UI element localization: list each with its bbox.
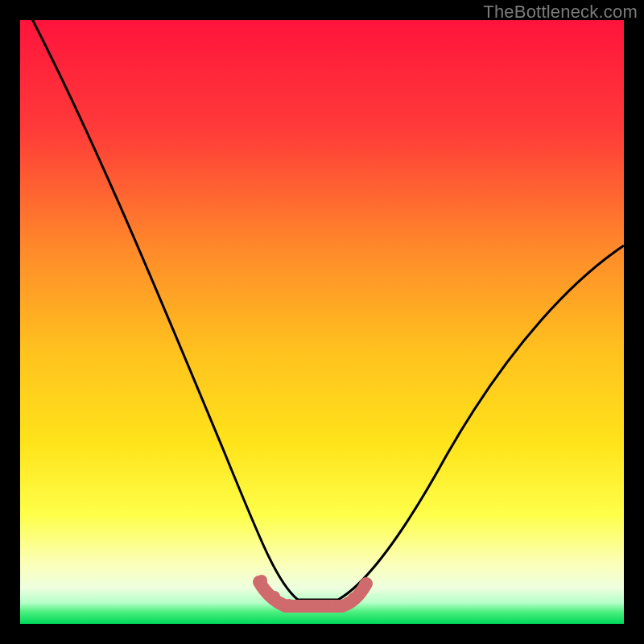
watermark-text: TheBottleneck.com (483, 2, 638, 23)
flat-node (335, 600, 346, 611)
flat-node (256, 575, 267, 586)
flat-node (301, 601, 312, 613)
flat-node (269, 591, 280, 602)
flat-node (348, 592, 359, 604)
gradient-background (20, 20, 624, 624)
flat-node (359, 579, 370, 590)
chart-svg (20, 20, 624, 624)
flat-node (319, 601, 330, 613)
chart-frame: TheBottleneck.com (0, 0, 644, 644)
flat-node (283, 599, 295, 610)
plot-area (20, 20, 624, 624)
